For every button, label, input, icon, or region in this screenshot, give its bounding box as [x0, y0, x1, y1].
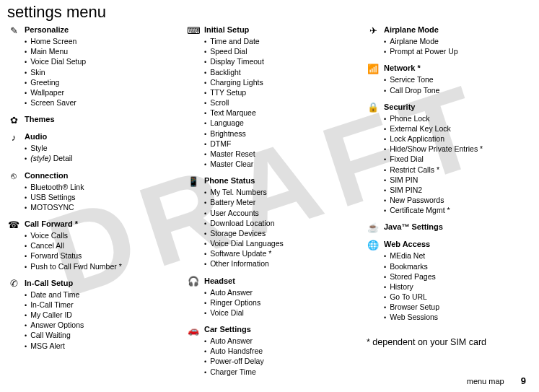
section: ☎Call Forward *Voice CallsCancel AllForw…: [7, 219, 172, 271]
list-item: Language: [204, 118, 352, 128]
section: 🎧HeadsetAuto AnswerRinger OptionsVoice D…: [187, 276, 352, 318]
list-item: Wallpaper: [25, 87, 172, 97]
list-item: Browser Setup: [384, 302, 532, 312]
list-item: Storage Devices: [204, 228, 352, 238]
section: 📶Network *Service ToneCall Drop Tone: [367, 64, 532, 95]
list-item: Bluetooth® Link: [25, 182, 172, 192]
personalize-icon: ✎: [7, 25, 20, 35]
network-icon: 📶: [367, 64, 380, 74]
themes-icon: ✿: [7, 115, 20, 125]
list-item: DTMF: [204, 139, 352, 149]
list-item: Go To URL: [384, 292, 532, 302]
list-item: Style: [25, 143, 172, 153]
list-item: Battery Meter: [204, 197, 352, 207]
list-item: Lock Application: [384, 134, 532, 144]
section-items: Style(style) Detail: [25, 143, 172, 163]
section-items: Service ToneCall Drop Tone: [384, 74, 532, 95]
list-item: Brightness: [204, 129, 352, 139]
list-item: Prompt at Power Up: [384, 46, 532, 56]
list-item: Text Marquee: [204, 108, 352, 118]
list-item: External Key Lock: [384, 123, 532, 134]
list-item: Service Tone: [384, 74, 532, 84]
section: 🚗Car SettingsAuto AnswerAuto HandsfreePo…: [187, 325, 352, 377]
section-items: Time and DateSpeed DialDisplay TimeoutBa…: [204, 36, 352, 169]
list-item: Power-off Delay: [204, 356, 352, 366]
list-item: (style) Detail: [25, 153, 172, 163]
section-title: Call Forward *: [25, 219, 78, 228]
audio-icon: ♪: [7, 132, 20, 142]
list-item: Main Menu: [25, 46, 172, 56]
list-item: Date and Time: [25, 289, 172, 300]
section-title: Car Settings: [204, 325, 251, 334]
list-item: Call Drop Tone: [384, 85, 532, 95]
content-columns: ✎PersonalizeHome ScreenMain MenuVoice Di…: [7, 25, 532, 378]
list-item: Charging Lights: [204, 77, 352, 87]
column-2: ⌨Initial SetupTime and DateSpeed DialDis…: [187, 25, 352, 378]
list-item: Software Update *: [204, 248, 352, 258]
section: ✿Themes: [7, 115, 172, 125]
section-title: Airplane Mode: [384, 25, 439, 34]
list-item: MEdia Net: [384, 251, 532, 261]
list-item: Call Waiting: [25, 330, 172, 340]
list-item: Phone Lock: [384, 113, 532, 123]
section: ⎋ConnectionBluetooth® LinkUSB SettingsMO…: [7, 171, 172, 213]
section: 🔒SecurityPhone LockExternal Key LockLock…: [367, 103, 532, 216]
list-item: User Accounts: [204, 208, 352, 218]
section-items: My Tel. NumbersBattery MeterUser Account…: [204, 187, 352, 269]
section-items: Voice CallsCancel AllForward StatusPush …: [25, 230, 172, 271]
list-item: SIM PIN2: [384, 185, 532, 195]
list-item: Backlight: [204, 67, 352, 77]
section: ♪AudioStyle(style) Detail: [7, 132, 172, 163]
section-title: Security: [384, 103, 415, 111]
list-item: Hide/Show Private Entries *: [384, 144, 532, 154]
list-item: Greeting: [25, 77, 172, 87]
headset-icon: 🎧: [187, 276, 200, 287]
section-title: In-Call Setup: [25, 279, 73, 287]
list-item: Certificate Mgmt *: [384, 205, 532, 215]
footnote: * dependent on your SIM card: [367, 337, 532, 347]
section-items: MEdia NetBookmarksStored PagesHistoryGo …: [384, 251, 532, 322]
section-items: Home ScreenMain MenuVoice Dial SetupSkin…: [25, 36, 172, 108]
section: ✎PersonalizeHome ScreenMain MenuVoice Di…: [7, 25, 172, 108]
section: ✆In-Call SetupDate and TimeIn-Call Timer…: [7, 279, 172, 351]
list-item: MSG Alert: [25, 341, 172, 351]
list-item: MOTOSYNC: [25, 202, 172, 212]
list-item: Display Timeout: [204, 56, 352, 66]
list-item: Voice Dial Setup: [25, 56, 172, 66]
section-title: Web Access: [384, 240, 430, 248]
list-item: Scroll: [204, 97, 352, 108]
java-icon: ☕: [367, 222, 380, 232]
section-items: Auto AnswerAuto HandsfreePower-off Delay…: [204, 336, 352, 377]
list-item: History: [384, 282, 532, 292]
section-items: Phone LockExternal Key LockLock Applicat…: [384, 113, 532, 216]
list-item: Voice Dial: [204, 308, 352, 318]
list-item: Other Information: [204, 258, 352, 269]
list-item: SIM PIN: [384, 175, 532, 185]
section-title: Initial Setup: [204, 25, 249, 34]
section: ✈Airplane ModeAirplane ModePrompt at Pow…: [367, 25, 532, 56]
list-item: Fixed Dial: [384, 154, 532, 164]
section: ⌨Initial SetupTime and DateSpeed DialDis…: [187, 25, 352, 169]
section-items: Auto AnswerRinger OptionsVoice Dial: [204, 287, 352, 318]
list-item: Screen Saver: [25, 97, 172, 108]
list-item: Charger Time: [204, 367, 352, 377]
list-item: Forward Status: [25, 251, 172, 261]
list-item: Download Location: [204, 218, 352, 228]
connection-icon: ⎋: [7, 171, 20, 181]
airplane-icon: ✈: [367, 25, 380, 35]
column-3: ✈Airplane ModeAirplane ModePrompt at Pow…: [367, 25, 532, 378]
webaccess-icon: 🌐: [367, 240, 380, 250]
security-icon: 🔒: [367, 103, 380, 113]
list-item: TTY Setup: [204, 87, 352, 97]
list-item: Voice Calls: [25, 230, 172, 240]
section-title: Network *: [384, 64, 421, 72]
carsettings-icon: 🚗: [187, 325, 200, 335]
incall-icon: ✆: [7, 279, 20, 289]
list-item: Home Screen: [25, 36, 172, 46]
list-item: Answer Options: [25, 320, 172, 330]
section-title: Personalize: [25, 25, 69, 34]
callforward-icon: ☎: [7, 219, 20, 230]
column-1: ✎PersonalizeHome ScreenMain MenuVoice Di…: [7, 25, 172, 378]
list-item: Voice Dial Languages: [204, 238, 352, 248]
list-item: Airplane Mode: [384, 36, 532, 46]
